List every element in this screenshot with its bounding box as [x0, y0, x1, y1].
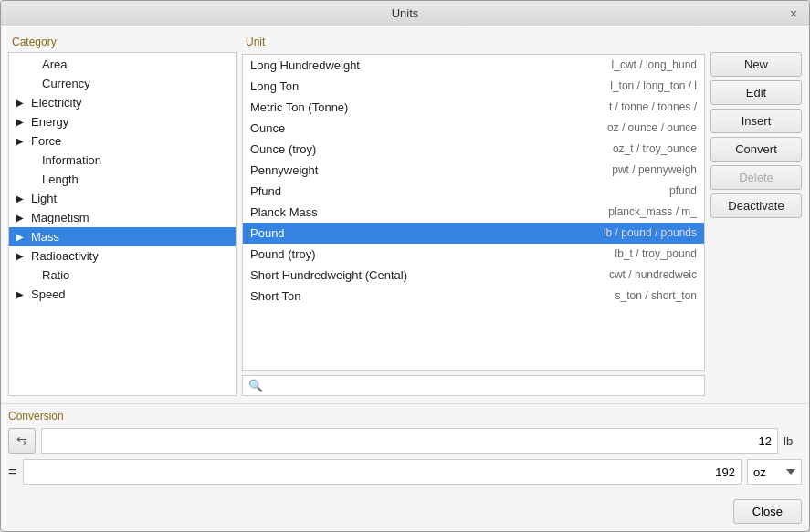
category-label: Area: [42, 57, 67, 71]
delete-button[interactable]: Delete: [710, 165, 802, 190]
category-item-electricity[interactable]: ▶Electricity: [9, 93, 236, 112]
unit-name: Ounce: [250, 121, 285, 135]
category-item-magnetism[interactable]: ▶Magnetism: [9, 208, 236, 227]
expand-arrow-icon: ▶: [16, 232, 27, 242]
category-list: AreaCurrency▶Electricity▶Energy▶ForceInf…: [8, 52, 237, 396]
unit-item[interactable]: Pfundpfund: [243, 181, 704, 202]
convert-button[interactable]: Convert: [710, 137, 802, 162]
category-item-mass[interactable]: ▶Mass: [9, 227, 236, 246]
category-item-area[interactable]: Area: [9, 55, 236, 74]
equals-sign: =: [8, 464, 17, 480]
main-content: Category AreaCurrency▶Electricity▶Energy…: [1, 26, 809, 403]
unit-item[interactable]: Metric Ton (Tonne)t / tonne / tonnes /: [243, 97, 704, 118]
expand-arrow-icon: ▶: [16, 213, 27, 223]
expand-arrow-icon: ▶: [16, 136, 27, 146]
category-item-length[interactable]: Length: [9, 170, 236, 189]
conversion-unit-select[interactable]: ozgkgmglb: [747, 459, 802, 485]
unit-item[interactable]: Long Hundredweightl_cwt / long_hund: [243, 55, 704, 76]
unit-name: Pound: [250, 226, 285, 240]
unit-list: Long Hundredweightl_cwt / long_hundLong …: [242, 54, 705, 371]
conversion-row-2: = ozgkgmglb: [8, 459, 802, 485]
category-label: Light: [31, 192, 57, 205]
unit-name: Short Ton: [250, 289, 300, 303]
search-input[interactable]: [267, 379, 699, 392]
unit-abbr: lb / pound / pounds: [604, 226, 697, 240]
category-label: Information: [42, 153, 101, 167]
unit-abbr: oz / ounce / ounce: [607, 121, 697, 135]
expand-arrow-icon: ▶: [16, 251, 27, 261]
conversion-unit-1: lb: [784, 434, 802, 448]
category-label: Speed: [31, 287, 66, 301]
unit-name: Long Hundredweight: [250, 58, 360, 72]
category-header: Category: [8, 34, 237, 52]
unit-header: Unit: [242, 34, 705, 50]
unit-abbr: s_ton / short_ton: [615, 289, 697, 303]
category-label: Force: [31, 134, 61, 148]
unit-name: Short Hundredweight (Cental): [250, 268, 407, 282]
unit-item[interactable]: Ounceoz / ounce / ounce: [243, 118, 704, 139]
category-label: Mass: [31, 230, 59, 244]
swap-button[interactable]: ⇆: [8, 428, 36, 454]
category-item-energy[interactable]: ▶Energy: [9, 112, 236, 131]
category-label: Magnetism: [31, 211, 89, 224]
category-label: Energy: [31, 115, 68, 129]
category-item-light[interactable]: ▶Light: [9, 189, 236, 208]
action-panel: New Edit Insert Convert Delete Deactivat…: [710, 34, 802, 396]
expand-arrow-icon: ▶: [16, 193, 27, 203]
search-container: 🔍: [242, 375, 705, 396]
edit-button[interactable]: Edit: [710, 80, 802, 105]
new-button[interactable]: New: [710, 52, 802, 77]
conversion-label: Conversion: [8, 410, 802, 422]
dialog-title: Units: [392, 6, 419, 20]
unit-item[interactable]: Short Hundredweight (Cental)cwt / hundre…: [243, 265, 704, 286]
unit-item[interactable]: Long Tonl_ton / long_ton / l: [243, 76, 704, 97]
unit-item[interactable]: Ounce (troy)oz_t / troy_ounce: [243, 139, 704, 160]
unit-abbr: l_cwt / long_hund: [612, 58, 697, 72]
unit-abbr: t / tonne / tonnes /: [609, 100, 697, 114]
unit-panel: Unit Long Hundredweightl_cwt / long_hund…: [242, 34, 705, 396]
footer: Close: [1, 495, 809, 531]
titlebar-close-button[interactable]: ×: [785, 5, 802, 22]
category-label: Radioactivity: [31, 249, 99, 263]
category-label: Electricity: [31, 96, 82, 110]
insert-button[interactable]: Insert: [710, 109, 802, 133]
expand-arrow-icon: ▶: [16, 98, 27, 108]
unit-name: Pound (troy): [250, 247, 316, 261]
unit-name: Planck Mass: [250, 205, 318, 219]
expand-arrow-icon: ▶: [16, 289, 27, 299]
unit-item[interactable]: Planck Massplanck_mass / m_: [243, 202, 704, 223]
unit-item[interactable]: Pennyweightpwt / pennyweigh: [243, 160, 704, 181]
unit-abbr: lb_t / troy_pound: [615, 247, 697, 261]
category-item-radioactivity[interactable]: ▶Radioactivity: [9, 246, 236, 266]
category-item-force[interactable]: ▶Force: [9, 131, 236, 151]
close-button[interactable]: Close: [733, 499, 802, 524]
category-label: Ratio: [42, 268, 69, 282]
category-item-information[interactable]: Information: [9, 151, 236, 170]
category-item-speed[interactable]: ▶Speed: [9, 285, 236, 304]
unit-name: Ounce (troy): [250, 142, 316, 156]
unit-name: Pennyweight: [250, 163, 318, 177]
unit-item[interactable]: Pound (troy)lb_t / troy_pound: [243, 244, 704, 265]
unit-item[interactable]: Poundlb / pound / pounds: [243, 223, 704, 244]
category-label: Currency: [42, 77, 90, 90]
titlebar: Units ×: [1, 1, 809, 26]
unit-abbr: cwt / hundredweic: [609, 268, 697, 282]
conversion-input-2[interactable]: [23, 459, 742, 485]
unit-abbr: planck_mass / m_: [608, 205, 697, 219]
unit-item[interactable]: Short Tons_ton / short_ton: [243, 286, 704, 307]
conversion-panel: Conversion ⇆ lb = ozgkgmglb: [1, 403, 809, 495]
unit-name: Metric Ton (Tonne): [250, 100, 348, 114]
search-icon: 🔍: [248, 379, 263, 392]
category-item-ratio[interactable]: Ratio: [9, 266, 236, 285]
deactivate-button[interactable]: Deactivate: [710, 193, 802, 218]
unit-name: Pfund: [250, 184, 281, 198]
category-item-currency[interactable]: Currency: [9, 74, 236, 93]
unit-abbr: oz_t / troy_ounce: [613, 142, 697, 156]
conversion-row-1: ⇆ lb: [8, 428, 802, 454]
category-panel: Category AreaCurrency▶Electricity▶Energy…: [8, 34, 237, 396]
category-label: Length: [42, 172, 79, 186]
units-dialog: Units × Category AreaCurrency▶Electricit…: [0, 0, 810, 532]
conversion-input-1[interactable]: [41, 428, 778, 454]
unit-abbr: l_ton / long_ton / l: [610, 79, 697, 93]
expand-arrow-icon: ▶: [16, 117, 27, 127]
